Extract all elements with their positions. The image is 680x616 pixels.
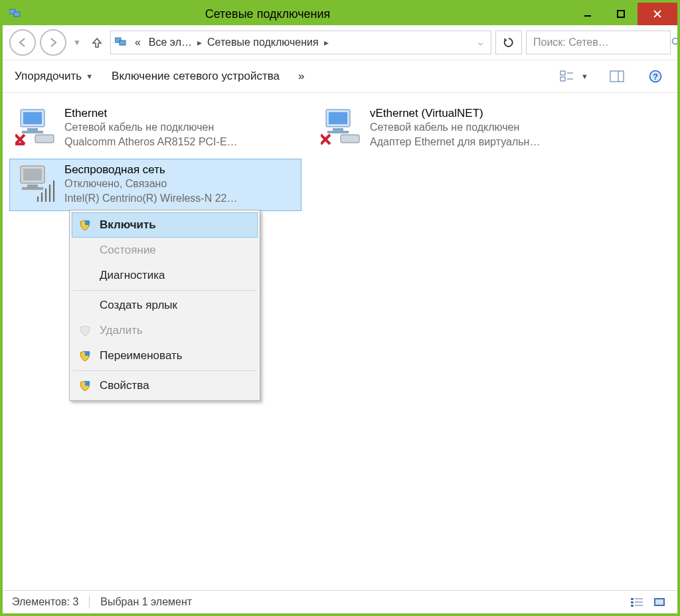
item-title: vEthernet (VirtualNET) (370, 107, 601, 120)
breadcrumb-prefix: « (132, 37, 143, 48)
item-title: Ethernet (64, 107, 296, 120)
item-status: Сетевой кабель не подключен (64, 120, 296, 135)
close-button[interactable] (638, 3, 677, 25)
control-panel-icon (115, 37, 129, 48)
svg-rect-11 (560, 77, 565, 81)
details-view-button[interactable] (628, 595, 645, 609)
menu-separator (73, 370, 256, 371)
svg-rect-28 (333, 128, 343, 131)
svg-rect-20 (27, 128, 38, 131)
svg-text:?: ? (653, 72, 658, 82)
svg-rect-37 (85, 220, 90, 225)
menu-delete-label: Удалить (100, 324, 143, 337)
window: Сетевые подключения ▼ (0, 0, 680, 616)
breadcrumb[interactable]: « Все эл… ▸ Сетевые подключения ▸ ⌵ (110, 31, 491, 54)
menu-status-label: Состояние (100, 244, 156, 257)
breadcrumb-seg1[interactable]: Все эл… (146, 37, 195, 48)
back-button[interactable] (9, 29, 36, 56)
svg-rect-29 (327, 131, 349, 133)
shield-icon (78, 324, 92, 337)
svg-rect-40 (631, 598, 634, 600)
navbar: ▼ « Все эл… ▸ Сетевые подключения ▸ ⌵ (3, 25, 677, 60)
context-menu: Включить Состояние Диагностика Создать я… (69, 210, 260, 401)
menu-enable[interactable]: Включить (72, 212, 258, 238)
breadcrumb-dropdown-icon[interactable]: ⌵ (474, 38, 487, 47)
svg-point-8 (673, 38, 679, 44)
search-input[interactable] (532, 36, 667, 49)
enable-device-button[interactable]: Включение сетевого устройства (112, 70, 280, 83)
svg-rect-30 (341, 135, 359, 143)
svg-rect-34 (23, 169, 42, 181)
item-device: Адаптер Ethernet для виртуальн… (370, 135, 601, 149)
svg-rect-27 (329, 112, 347, 124)
preview-pane-button[interactable] (607, 66, 627, 86)
menu-status: Состояние (72, 238, 258, 263)
svg-rect-14 (610, 71, 624, 82)
svg-rect-22 (35, 135, 54, 143)
chevron-down-icon: ▼ (86, 72, 93, 80)
toolbar-more-button[interactable]: » (298, 70, 304, 83)
window-controls (571, 3, 677, 25)
chevron-right-icon[interactable]: ▸ (324, 37, 329, 48)
ethernet-icon (15, 107, 58, 147)
menu-rename-label: Переименовать (100, 349, 183, 362)
svg-rect-21 (22, 131, 43, 133)
item-device: Qualcomm Atheros AR8152 PCI-E… (64, 135, 296, 149)
chevron-right-icon[interactable]: ▸ (197, 37, 202, 48)
search-icon[interactable] (671, 37, 680, 48)
svg-rect-41 (631, 601, 634, 603)
menu-diagnostics[interactable]: Диагностика (72, 263, 258, 288)
statusbar: Элементов: 3 Выбран 1 элемент (3, 590, 677, 613)
shield-icon (78, 218, 92, 232)
help-button[interactable]: ? (645, 66, 665, 86)
item-status: Отключено, Связано (64, 177, 296, 191)
minimize-button[interactable] (571, 3, 604, 25)
svg-rect-42 (631, 605, 634, 607)
history-dropdown-icon[interactable]: ▼ (70, 38, 84, 47)
search-box[interactable] (526, 31, 671, 54)
content-area[interactable]: Ethernet Сетевой кабель не подключен Qua… (3, 93, 677, 590)
item-title: Беспроводная сеть (64, 163, 296, 177)
menu-delete: Удалить (72, 318, 258, 343)
window-title: Сетевые подключения (0, 7, 571, 21)
svg-rect-7 (120, 40, 126, 45)
organize-button[interactable]: Упорядочить ▼ (15, 70, 93, 83)
menu-shortcut-label: Создать ярлык (100, 299, 177, 312)
shield-icon (78, 349, 92, 362)
menu-enable-label: Включить (100, 218, 156, 232)
status-selection: Выбран 1 элемент (100, 596, 192, 608)
network-item-ethernet[interactable]: Ethernet Сетевой кабель не подключен Qua… (9, 102, 301, 155)
enable-device-label: Включение сетевого устройства (112, 70, 280, 83)
large-icons-view-button[interactable] (651, 595, 668, 609)
toolbar: Упорядочить ▼ Включение сетевого устройс… (3, 60, 677, 93)
refresh-button[interactable] (495, 31, 522, 54)
menu-separator (73, 290, 256, 291)
breadcrumb-seg2[interactable]: Сетевые подключения (205, 37, 321, 48)
status-count: Элементов: 3 (12, 596, 78, 608)
view-options-button[interactable] (557, 66, 577, 86)
svg-rect-36 (22, 187, 43, 190)
up-button[interactable] (88, 33, 106, 52)
svg-rect-47 (655, 599, 663, 605)
menu-diagnostics-label: Диагностика (100, 269, 165, 282)
menu-shortcut[interactable]: Создать ярлык (72, 293, 258, 318)
svg-rect-19 (23, 112, 42, 124)
network-item-vethernet[interactable]: vEthernet (VirtualNET) Сетевой кабель не… (315, 102, 607, 155)
menu-rename[interactable]: Переименовать (72, 343, 258, 368)
menu-properties-label: Свойства (100, 379, 149, 392)
shield-icon (78, 379, 92, 392)
titlebar: Сетевые подключения (3, 3, 677, 25)
svg-rect-38 (85, 351, 90, 356)
item-status: Сетевой кабель не подключен (370, 120, 601, 135)
wireless-icon (15, 163, 58, 203)
maximize-button[interactable] (604, 3, 638, 25)
ethernet-icon (321, 107, 363, 147)
menu-properties[interactable]: Свойства (72, 373, 258, 398)
svg-rect-35 (27, 185, 38, 187)
network-item-wireless[interactable]: Беспроводная сеть Отключено, Связано Int… (9, 159, 301, 211)
divider (89, 595, 90, 609)
chevron-down-icon[interactable]: ▼ (581, 72, 588, 80)
svg-rect-39 (85, 381, 90, 386)
organize-label: Упорядочить (15, 70, 82, 83)
forward-button[interactable] (40, 29, 66, 56)
